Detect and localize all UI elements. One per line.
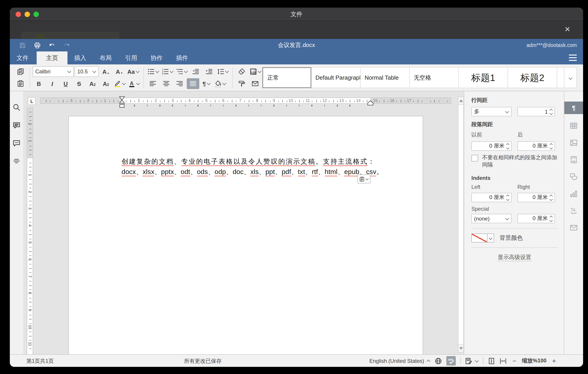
clear-style-button[interactable] bbox=[235, 66, 248, 77]
indent-markers[interactable] bbox=[118, 96, 126, 108]
line-spacing-type-select[interactable]: 多 bbox=[471, 107, 512, 116]
font-name-select[interactable]: Calibri bbox=[33, 66, 74, 77]
language-selector[interactable]: English (United States) bbox=[369, 358, 430, 364]
vertical-scrollbar[interactable] bbox=[458, 97, 464, 352]
line-spacing-button[interactable] bbox=[216, 66, 230, 77]
highlight-button[interactable] bbox=[113, 78, 126, 89]
style-无空格[interactable]: 无空格 bbox=[410, 67, 459, 88]
paste-options-button[interactable] bbox=[357, 175, 370, 183]
font-size-select[interactable]: 10.5 bbox=[75, 66, 99, 77]
zoom-out-button[interactable]: − bbox=[511, 357, 518, 365]
font-color-button[interactable]: A bbox=[127, 78, 141, 89]
text-run: 、 bbox=[305, 168, 312, 175]
tab-插件[interactable]: 插件 bbox=[169, 51, 195, 65]
align-center-button[interactable] bbox=[160, 78, 172, 89]
copy-style-button[interactable] bbox=[235, 78, 248, 89]
background-color-dropdown-icon[interactable] bbox=[487, 233, 494, 242]
tab-主页[interactable]: 主页 bbox=[37, 51, 67, 65]
paragraph-color-button[interactable] bbox=[249, 66, 262, 77]
indent-right-spinner[interactable]: 0 厘米 bbox=[517, 193, 555, 202]
text-run: 、 bbox=[136, 168, 143, 175]
justify-button[interactable] bbox=[187, 78, 199, 89]
style-标题1[interactable]: 标题1 bbox=[459, 67, 508, 88]
copy-button[interactable] bbox=[14, 66, 27, 77]
strikethrough-button[interactable]: S bbox=[73, 78, 85, 89]
tab-插入[interactable]: 插入 bbox=[67, 51, 93, 65]
style-Normal Table[interactable]: Normal Table bbox=[361, 67, 410, 88]
bullets-button[interactable] bbox=[147, 66, 160, 77]
font-increase-button[interactable]: A▲ bbox=[100, 66, 112, 77]
line-spacing-value-spinner[interactable]: 1 bbox=[517, 107, 555, 116]
font-decrease-button[interactable]: A▼ bbox=[113, 66, 126, 77]
shape-settings-button[interactable] bbox=[564, 171, 583, 182]
chart-settings-button[interactable] bbox=[564, 188, 583, 199]
globe-icon[interactable] bbox=[435, 357, 442, 364]
tab-引用[interactable]: 引用 bbox=[118, 51, 144, 65]
paragraph-settings-button[interactable]: ¶ bbox=[564, 101, 583, 114]
align-left-button[interactable] bbox=[147, 78, 159, 89]
align-right-button[interactable] bbox=[173, 78, 186, 89]
bold-button[interactable]: B bbox=[33, 78, 45, 89]
tab-布局[interactable]: 布局 bbox=[93, 51, 118, 65]
numbering-button[interactable]: 123 bbox=[161, 66, 174, 77]
style-标题2[interactable]: 标题2 bbox=[508, 67, 557, 88]
track-changes-button[interactable] bbox=[465, 357, 479, 364]
spacing-after-spinner[interactable]: 0 厘米 bbox=[517, 141, 555, 151]
chat-button[interactable] bbox=[12, 139, 21, 148]
table-settings-button[interactable] bbox=[564, 120, 583, 131]
italic-button[interactable]: I bbox=[46, 78, 59, 89]
tab-协作[interactable]: 协作 bbox=[144, 51, 169, 65]
navigation-button[interactable] bbox=[12, 157, 21, 165]
headerfooter-settings-button[interactable] bbox=[564, 154, 583, 165]
fit-page-icon[interactable] bbox=[488, 357, 495, 364]
save-button[interactable] bbox=[17, 40, 28, 50]
styles-expand-icon[interactable] bbox=[564, 67, 577, 88]
mailmerge-settings-button[interactable] bbox=[564, 222, 583, 233]
special-indent-select[interactable]: (none) bbox=[471, 214, 512, 223]
align-right-icon bbox=[176, 80, 183, 87]
comments-button[interactable] bbox=[12, 121, 21, 130]
zoom-in-button[interactable]: + bbox=[551, 357, 557, 365]
advanced-settings-link[interactable]: 显示高级设置 bbox=[498, 254, 531, 261]
same-style-spacing-checkbox[interactable] bbox=[471, 155, 478, 162]
redo-button[interactable] bbox=[61, 40, 72, 50]
search-button[interactable] bbox=[12, 103, 21, 112]
fit-width-icon[interactable] bbox=[500, 357, 507, 364]
window-title: 文件 bbox=[10, 10, 583, 18]
special-indent-amount: 0 厘米 bbox=[533, 215, 548, 222]
vertical-ruler[interactable]: 121234567891011 bbox=[27, 107, 33, 354]
tab-文件[interactable]: 文件 bbox=[10, 51, 35, 65]
scroll-down-icon[interactable] bbox=[459, 347, 463, 350]
spellcheck-toggle[interactable]: ABC bbox=[447, 356, 456, 365]
document-page[interactable]: 创建复杂的文档、专业的电子表格以及令人赞叹的演示文稿。支持主流格式： docx、… bbox=[68, 116, 423, 354]
image-settings-button[interactable] bbox=[564, 137, 583, 148]
no-color-swatch[interactable] bbox=[471, 233, 487, 242]
shading-button[interactable] bbox=[214, 78, 227, 89]
subscript-button[interactable]: A2 bbox=[100, 78, 112, 89]
style-Default Paragraph[interactable]: Default Paragraph bbox=[311, 67, 361, 88]
horizontal-ruler[interactable]: 1231234567891011121314151617 bbox=[40, 98, 451, 104]
multilevel-button[interactable] bbox=[175, 66, 189, 77]
superscript-button[interactable]: A2 bbox=[86, 78, 99, 89]
change-case-button[interactable]: Aa bbox=[126, 66, 140, 77]
style-正常[interactable]: 正常 bbox=[262, 67, 311, 88]
spacing-before-spinner[interactable]: 0 厘米 bbox=[471, 141, 512, 151]
hamburger-menu-icon[interactable] bbox=[569, 55, 577, 61]
textart-settings-button[interactable]: Ta bbox=[564, 205, 583, 216]
indent-left-spinner[interactable]: 0 厘米 bbox=[471, 193, 512, 202]
underline-button[interactable]: U bbox=[59, 78, 72, 89]
special-indent-spinner[interactable]: 0 厘米 bbox=[517, 214, 555, 223]
scroll-thumb[interactable] bbox=[458, 104, 463, 345]
print-button[interactable] bbox=[32, 40, 42, 50]
indent-button[interactable] bbox=[203, 66, 215, 77]
outdent-button[interactable] bbox=[189, 66, 202, 77]
pilcrow-button[interactable]: ¶ bbox=[200, 78, 213, 89]
paste-button[interactable] bbox=[14, 78, 27, 89]
undo-button[interactable] bbox=[46, 40, 57, 50]
font-size-value: 10.5 bbox=[77, 68, 88, 75]
mailmerge-button[interactable] bbox=[249, 78, 261, 89]
close-icon[interactable]: ✕ bbox=[563, 25, 572, 34]
tab-selector-corner[interactable]: L bbox=[28, 97, 36, 105]
right-indent-marker[interactable] bbox=[367, 100, 374, 106]
scroll-up-icon[interactable] bbox=[459, 99, 463, 102]
